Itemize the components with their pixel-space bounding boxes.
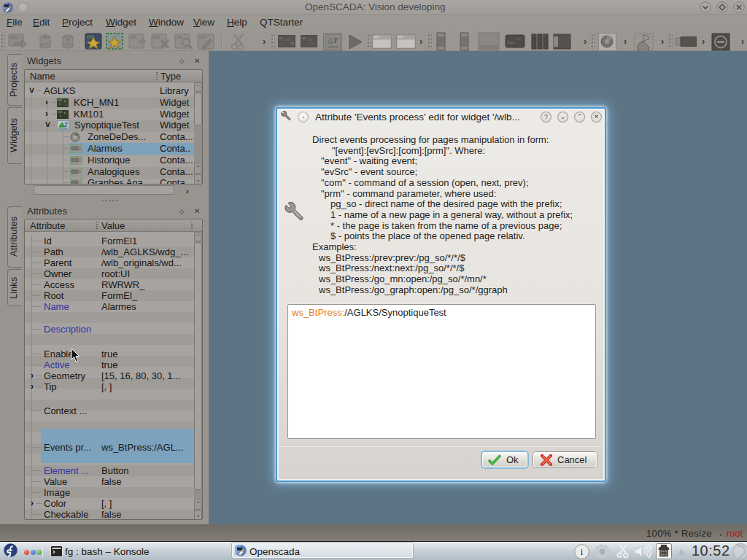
svg-text:Value: Value (328, 44, 339, 49)
svg-text:T: T (333, 36, 338, 44)
